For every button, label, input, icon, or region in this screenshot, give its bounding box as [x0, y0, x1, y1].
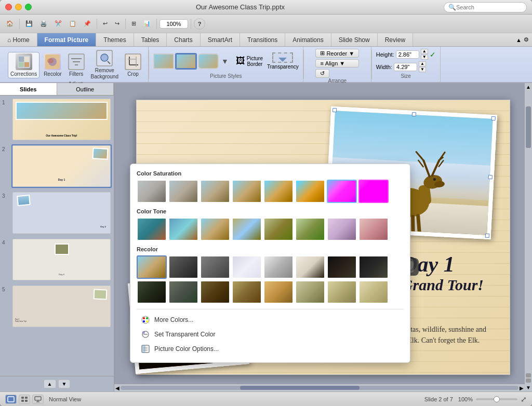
pic-styles-more-btn[interactable]: ▼: [220, 57, 230, 65]
scroll-step-2[interactable]: [526, 378, 531, 383]
rotate-btn[interactable]: ↺: [315, 69, 329, 78]
scroll-thumb-v[interactable]: [526, 106, 531, 148]
recolor-swatch-6[interactable]: [327, 255, 357, 279]
remove-background-btn[interactable]: RemoveBackground: [89, 49, 121, 81]
paste-btn[interactable]: 📌: [81, 17, 94, 31]
smartart-btn[interactable]: 📊: [140, 17, 154, 31]
slide-preview-3[interactable]: Day 2: [11, 191, 112, 235]
tab-slideshow[interactable]: Slide Show: [331, 33, 378, 46]
sat-swatch-4[interactable]: [263, 180, 294, 203]
canvas-scrollbar-h[interactable]: ◀ ▶: [114, 384, 525, 391]
tone-swatch-0[interactable]: [137, 218, 167, 241]
presenter-view-btn[interactable]: [32, 395, 44, 404]
height-up-btn[interactable]: ▲: [421, 49, 428, 54]
pic-style-3[interactable]: [198, 53, 219, 69]
tab-charts[interactable]: Charts: [167, 33, 200, 46]
slide-preview-2[interactable]: Day 1: [11, 144, 112, 188]
sat-swatch-7[interactable]: [358, 180, 389, 203]
slide-thumb-1[interactable]: 1 Our Awesome Class Trip!: [2, 98, 112, 141]
cut-btn[interactable]: ✂️: [51, 17, 65, 31]
handle-tl[interactable]: [332, 108, 337, 112]
handle-mr[interactable]: [488, 175, 493, 179]
pic-style-2[interactable]: [176, 53, 196, 69]
slide-description[interactable]: Vistas, wildlife, sunshine andElk. Can't…: [401, 324, 486, 346]
recolor-swatch-2[interactable]: [200, 255, 230, 279]
ribbon-options-btn[interactable]: ⚙: [524, 36, 529, 43]
sat-swatch-1[interactable]: [168, 180, 198, 203]
corrections-btn[interactable]: Corrections: [8, 52, 39, 78]
recolor-btn[interactable]: Recolor: [42, 52, 63, 78]
slide-preview-4[interactable]: Day 4: [11, 238, 112, 281]
handle-br[interactable]: [485, 234, 489, 238]
recolor-swatch-10[interactable]: [200, 280, 230, 304]
slide-thumb-3[interactable]: 3 Day 2: [2, 191, 112, 235]
undo-btn[interactable]: ↩: [100, 17, 111, 31]
slide-thumb-5[interactable]: 5 Day 4Pack Home Trip!: [2, 285, 112, 328]
slide-thumb-4[interactable]: 4 Day 4: [2, 238, 112, 281]
picture-color-options-btn[interactable]: Picture Color Options...: [137, 342, 404, 356]
recolor-swatch-0[interactable]: [137, 255, 167, 279]
tab-transitions[interactable]: Transitions: [240, 33, 285, 46]
recolor-swatch-11[interactable]: [232, 280, 262, 304]
tab-review[interactable]: Review: [378, 33, 413, 46]
tone-swatch-5[interactable]: [295, 218, 325, 241]
home-toolbar-btn[interactable]: 🏠: [3, 17, 17, 31]
help-btn[interactable]: ?: [194, 18, 205, 30]
zoom-slider[interactable]: [476, 398, 517, 400]
tab-themes[interactable]: Themes: [96, 33, 134, 46]
copy-btn[interactable]: 📋: [66, 17, 79, 31]
handle-tc[interactable]: [412, 112, 416, 116]
height-down-btn[interactable]: ▼: [421, 55, 428, 60]
scroll-right-arrow[interactable]: ▶: [520, 385, 524, 391]
tone-swatch-4[interactable]: [263, 218, 294, 241]
zoom-fit-btn[interactable]: ⤢: [521, 395, 527, 403]
recolor-swatch-5[interactable]: [295, 255, 325, 279]
redo-btn[interactable]: ↪: [112, 17, 123, 31]
scroll-left-arrow[interactable]: ◀: [115, 385, 119, 391]
pic-style-1[interactable]: [153, 53, 174, 69]
tone-swatch-7[interactable]: [358, 218, 389, 241]
filters-btn[interactable]: Filters: [66, 52, 87, 78]
scroll-step-1[interactable]: [526, 373, 531, 377]
tone-swatch-2[interactable]: [200, 218, 230, 241]
grid-view-btn[interactable]: [19, 395, 30, 404]
sat-swatch-5[interactable]: [295, 180, 325, 203]
zoom-thumb[interactable]: [494, 396, 500, 402]
tab-tables[interactable]: Tables: [134, 33, 167, 46]
recolor-swatch-13[interactable]: [295, 280, 325, 304]
canvas-scrollbar-v[interactable]: ▲ ▼: [525, 83, 532, 391]
scroll-thumb-h[interactable]: [240, 386, 360, 390]
slide-preview-1[interactable]: Our Awesome Class Trip!: [11, 98, 112, 141]
width-input[interactable]: [394, 63, 417, 71]
more-colors-btn[interactable]: More Colors...: [137, 313, 404, 327]
tab-smartart[interactable]: SmartArt: [201, 33, 240, 46]
handle-tr[interactable]: [491, 116, 496, 120]
align-btn[interactable]: ≡ Align ▼: [315, 59, 359, 67]
recolor-swatch-9[interactable]: [168, 280, 198, 304]
sat-swatch-3[interactable]: [232, 180, 262, 203]
zoom-field[interactable]: 100%: [159, 19, 188, 29]
minimize-button[interactable]: [15, 4, 22, 10]
print-btn[interactable]: 🖨️: [37, 17, 50, 31]
ribbon-collapse-btn[interactable]: ▲: [516, 37, 522, 43]
scroll-down-arrow[interactable]: ▼: [525, 384, 532, 391]
recolor-swatch-15[interactable]: [358, 280, 389, 304]
sat-swatch-6[interactable]: [327, 180, 357, 203]
maximize-button[interactable]: [25, 4, 32, 10]
recolor-swatch-14[interactable]: [327, 280, 357, 304]
sat-swatch-2[interactable]: [200, 180, 230, 203]
slide-preview-5[interactable]: Day 4Pack Home Trip!: [11, 285, 112, 328]
recolor-swatch-8[interactable]: [137, 280, 167, 304]
reorder-btn[interactable]: ⊞ Reorder ▼: [315, 49, 359, 58]
sat-swatch-0[interactable]: [137, 180, 167, 203]
close-button[interactable]: [5, 4, 12, 10]
tab-format-picture[interactable]: Format Picture: [37, 33, 97, 46]
tone-swatch-3[interactable]: [232, 218, 262, 241]
recolor-swatch-3[interactable]: [232, 255, 262, 279]
recolor-swatch-12[interactable]: [263, 280, 294, 304]
line-style-btn[interactable]: Transparency: [267, 52, 299, 70]
crop-btn[interactable]: Crop: [123, 52, 143, 78]
slide-thumb-2[interactable]: 2 Day 1: [2, 144, 112, 188]
set-transparent-color-btn[interactable]: Set Transparent Color: [137, 327, 404, 342]
recolor-swatch-1[interactable]: [168, 255, 198, 279]
